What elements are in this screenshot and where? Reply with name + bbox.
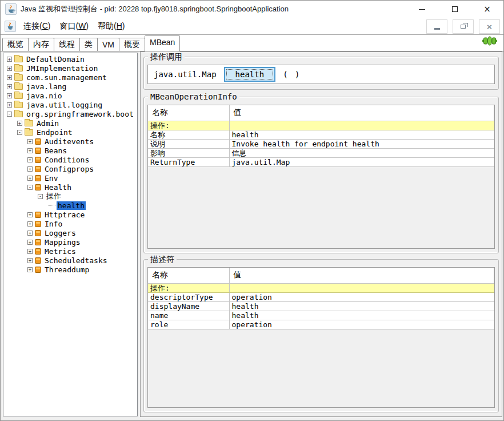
row-value-cell[interactable]: health — [229, 130, 494, 139]
close-button[interactable]: × — [471, 1, 503, 18]
menu-item-W[interactable]: 窗口(W) — [57, 20, 91, 33]
expand-icon[interactable]: + — [27, 249, 33, 254]
tree-item-Configprops[interactable]: +Configprops — [3, 164, 137, 173]
expand-icon[interactable]: + — [27, 176, 33, 181]
table-row[interactable]: 操作: — [148, 121, 494, 130]
expand-icon[interactable]: + — [27, 212, 33, 217]
row-value-cell[interactable]: java.util.Map — [229, 157, 494, 166]
tree-item-java.lang[interactable]: +java.lang — [3, 82, 137, 91]
tree-item-Metrics[interactable]: +Metrics — [3, 247, 137, 256]
row-name-cell[interactable]: role — [148, 320, 229, 329]
maximize-button[interactable] — [438, 1, 471, 18]
row-value-cell[interactable]: health — [229, 311, 494, 320]
tab-MBean[interactable]: MBean — [145, 35, 180, 51]
column-header[interactable]: 名称 — [148, 105, 229, 121]
expand-icon[interactable]: + — [27, 240, 33, 245]
table-row[interactable]: 影响信息 — [148, 148, 494, 157]
row-name-cell[interactable]: 影响 — [148, 148, 229, 157]
expand-icon[interactable]: + — [7, 66, 12, 71]
frame-minimize-button[interactable] — [426, 19, 447, 34]
expand-icon[interactable]: + — [27, 221, 33, 227]
table-row[interactable]: ReturnTypejava.util.Map — [148, 157, 494, 166]
tree-item-Httptrace[interactable]: +Httptrace — [3, 210, 137, 219]
frame-restore-button[interactable] — [453, 19, 474, 34]
row-value-cell[interactable]: operation — [229, 320, 494, 329]
tab-内存[interactable]: 内存 — [28, 38, 54, 51]
tree-item-Scheduledtasks[interactable]: +Scheduledtasks — [3, 256, 137, 265]
row-value-cell[interactable]: operation — [229, 292, 494, 301]
tree-item-操作[interactable]: -操作 — [3, 192, 137, 201]
row-name-cell[interactable]: 操作: — [148, 283, 229, 292]
column-header[interactable]: 名称 — [148, 268, 229, 283]
tree-item-Endpoint[interactable]: -Endpoint — [3, 128, 137, 137]
row-value-cell[interactable]: health — [229, 301, 494, 311]
collapse-icon[interactable]: - — [17, 130, 22, 135]
expand-icon[interactable]: + — [27, 157, 33, 162]
tree-item-com.sun.management[interactable]: +com.sun.management — [3, 73, 137, 82]
row-name-cell[interactable]: descriptorType — [148, 292, 229, 301]
tab-线程[interactable]: 线程 — [54, 38, 80, 51]
table-row[interactable]: 名称health — [148, 130, 494, 139]
expand-icon[interactable]: + — [27, 166, 33, 172]
expand-icon[interactable]: + — [27, 139, 33, 144]
frame-close-button[interactable]: × — [479, 19, 500, 34]
minimize-button[interactable] — [406, 1, 438, 18]
operation-info-scrollpane[interactable]: 名称值操作:名称health说明Invoke health for endpoi… — [147, 105, 495, 249]
column-header[interactable]: 值 — [229, 105, 494, 121]
row-name-cell[interactable]: displayName — [148, 301, 229, 311]
row-name-cell[interactable]: 名称 — [148, 130, 229, 139]
tree-item-Mappings[interactable]: +Mappings — [3, 237, 137, 247]
descriptor-scrollpane[interactable]: 名称值操作:descriptorTypeoperationdisplayName… — [147, 267, 495, 408]
tree-item-Loggers[interactable]: +Loggers — [3, 228, 137, 237]
expand-icon[interactable]: + — [27, 267, 33, 272]
tree-item-DefaultDomain[interactable]: +DefaultDomain — [3, 54, 137, 63]
expand-icon[interactable]: + — [7, 93, 12, 98]
table-row[interactable]: namehealth — [148, 311, 494, 320]
row-name-cell[interactable]: ReturnType — [148, 157, 229, 166]
tree-item-Env[interactable]: +Env — [3, 173, 137, 182]
table-row[interactable]: roleoperation — [148, 320, 494, 329]
row-name-cell[interactable]: 操作: — [148, 121, 229, 130]
row-name-cell[interactable]: 说明 — [148, 139, 229, 148]
tree-item-java.util.logging[interactable]: +java.util.logging — [3, 100, 137, 109]
collapse-icon[interactable]: - — [38, 194, 43, 199]
row-value-cell[interactable] — [229, 283, 494, 292]
menu-item-C[interactable]: 连接(C) — [21, 20, 53, 33]
tree-item-Conditions[interactable]: +Conditions — [3, 155, 137, 164]
tree-item-Beans[interactable]: +Beans — [3, 146, 137, 155]
menu-item-H[interactable]: 帮助(H) — [95, 20, 127, 33]
table-row[interactable]: descriptorTypeoperation — [148, 292, 494, 301]
expand-icon[interactable]: + — [17, 121, 22, 126]
row-value-cell[interactable]: Invoke health for endpoint health — [229, 139, 494, 148]
tab-类[interactable]: 类 — [79, 38, 98, 51]
tree-item-health[interactable]: health — [3, 201, 137, 210]
expand-icon[interactable]: + — [7, 102, 12, 108]
tab-概览[interactable]: 概览 — [2, 38, 29, 51]
tree-item-org.springframework.boot[interactable]: -org.springframework.boot — [3, 109, 137, 118]
tree-item-Info[interactable]: +Info — [3, 219, 137, 228]
table-row[interactable]: displayNamehealth — [148, 301, 494, 311]
tab-VM[interactable]: VM — [97, 38, 119, 51]
tree-item-Threaddump[interactable]: +Threaddump — [3, 265, 137, 274]
expand-icon[interactable]: + — [27, 258, 33, 263]
expand-icon[interactable]: + — [27, 231, 33, 236]
expand-icon[interactable]: + — [27, 148, 33, 153]
expand-icon[interactable]: + — [7, 75, 12, 80]
column-header[interactable]: 值 — [229, 268, 494, 283]
tree-item-Health[interactable]: -Health — [3, 182, 137, 192]
row-name-cell[interactable]: name — [148, 311, 229, 320]
collapse-icon[interactable]: - — [7, 112, 12, 117]
table-row[interactable]: 说明Invoke health for endpoint health — [148, 139, 494, 148]
row-value-cell[interactable]: 信息 — [229, 148, 494, 157]
tree-item-Auditevents[interactable]: +Auditevents — [3, 137, 137, 146]
table-row[interactable]: 操作: — [148, 283, 494, 292]
tree-item-JMImplementation[interactable]: +JMImplementation — [3, 63, 137, 73]
expand-icon[interactable]: + — [7, 57, 12, 62]
row-value-cell[interactable] — [229, 121, 494, 130]
tab-概要[interactable]: 概要 — [119, 38, 145, 51]
tree-item-Admin[interactable]: +Admin — [3, 118, 137, 128]
tree-item-java.nio[interactable]: +java.nio — [3, 91, 137, 100]
collapse-icon[interactable]: - — [27, 185, 33, 190]
expand-icon[interactable]: + — [7, 84, 12, 89]
invoke-health-button[interactable]: health — [224, 67, 276, 82]
